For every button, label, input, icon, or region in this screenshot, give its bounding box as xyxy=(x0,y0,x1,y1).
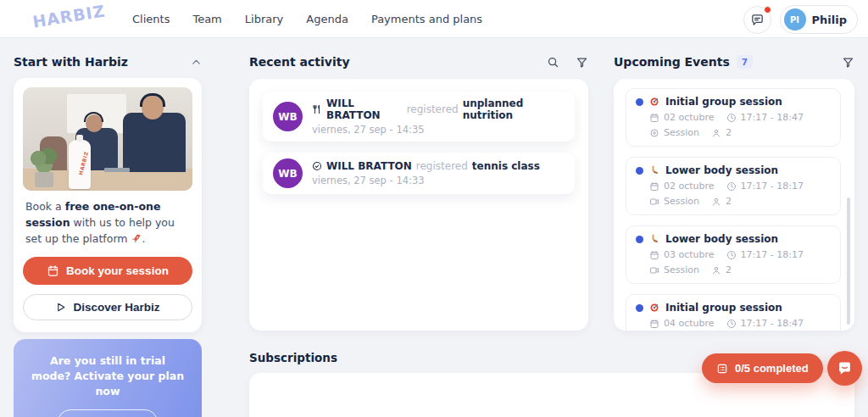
profile-menu[interactable]: PI Philip xyxy=(780,5,858,34)
nav-right-group: PI Philip xyxy=(743,5,858,34)
event-card[interactable]: Initial group session 04 octubre 17:17 -… xyxy=(626,294,841,331)
calendar-icon xyxy=(649,319,659,329)
event-type: Session xyxy=(664,127,699,138)
avatar: PI xyxy=(784,8,806,31)
discover-harbiz-button[interactable]: Discover Harbiz xyxy=(23,294,192,320)
event-time: 17:17 - 18:47 xyxy=(741,112,804,123)
event-title: Initial group session xyxy=(665,96,782,108)
avatar: WB xyxy=(273,102,303,131)
events-list: Initial group session 02 octubre 17:17 -… xyxy=(614,79,854,331)
notification-dot xyxy=(764,6,771,14)
profile-name: Philip xyxy=(812,14,847,26)
target-icon xyxy=(649,303,659,313)
event-card[interactable]: Lower body session 03 octubre 17:17 - 18… xyxy=(626,225,841,284)
event-time: 17:17 - 18:17 xyxy=(741,249,804,260)
start-section-title: Start with Harbiz xyxy=(14,55,128,69)
checklist-icon xyxy=(716,363,728,375)
onboarding-text: Book a free one-on-one session with us t… xyxy=(23,191,192,257)
onboarding-progress-button[interactable]: 0/5 completed xyxy=(702,353,823,383)
event-date: 02 octubre xyxy=(664,112,715,123)
event-dot xyxy=(636,304,643,312)
activity-row[interactable]: WB WILL BRATTON registered tennis class … xyxy=(263,153,575,194)
activity-timestamp: viernes, 27 sep - 14:33 xyxy=(312,175,540,186)
activity-action: registered xyxy=(407,103,459,115)
clock-icon xyxy=(726,181,737,192)
clock-icon xyxy=(726,250,737,260)
nav-item-team[interactable]: Team xyxy=(192,13,221,25)
trial-banner: Are you still in trial mode? Activate yo… xyxy=(14,339,202,417)
messages-button[interactable] xyxy=(743,6,771,34)
event-attendees: 2 xyxy=(726,127,732,138)
event-title: Lower body session xyxy=(665,233,778,245)
filter-icon[interactable] xyxy=(576,56,588,69)
upcoming-events-section: Upcoming Events 7 Initial group session … xyxy=(614,53,854,331)
nav-item-payments[interactable]: Payments and plans xyxy=(371,13,482,25)
event-card[interactable]: Lower body session 02 octubre 17:17 - 18… xyxy=(626,157,841,215)
calendar-icon xyxy=(649,113,659,123)
event-time: 17:17 - 18:47 xyxy=(741,318,804,329)
event-attendees: 2 xyxy=(726,264,732,275)
rocket-icon xyxy=(131,233,142,244)
activity-user: WILL BRATTON xyxy=(326,160,412,172)
trial-text: Are you still in trial mode? Activate yo… xyxy=(31,353,185,399)
nav-item-clients[interactable]: Clients xyxy=(132,13,170,25)
chat-bubble-icon xyxy=(837,360,853,376)
activity-timestamp: viernes, 27 sep - 14:35 xyxy=(312,124,565,136)
calendar-icon xyxy=(649,250,659,260)
event-date: 03 octubre xyxy=(664,249,715,260)
event-date: 04 octubre xyxy=(664,318,715,329)
event-title: Lower body session xyxy=(665,164,778,176)
harbiz-logo[interactable]: HARBIZ xyxy=(31,1,107,31)
event-type: Session xyxy=(664,264,699,275)
select-plan-button[interactable]: Select plan xyxy=(58,409,158,417)
activity-user: WILL BRATTON xyxy=(326,97,403,121)
filter-icon[interactable] xyxy=(842,56,854,69)
chevron-up-icon[interactable] xyxy=(191,57,202,68)
target-icon xyxy=(649,97,659,107)
event-card[interactable]: Initial group session 02 octubre 17:17 -… xyxy=(626,88,841,147)
activity-feed: WB WILL BRATTON registered unplanned nut… xyxy=(249,79,588,331)
events-scrollbar[interactable] xyxy=(847,197,850,325)
play-icon xyxy=(55,302,66,313)
event-dot xyxy=(636,236,643,243)
person-icon xyxy=(711,197,721,207)
avatar: WB xyxy=(273,158,303,188)
leg-icon xyxy=(649,234,659,244)
event-title: Initial group session xyxy=(665,302,782,314)
calendar-icon xyxy=(649,181,659,192)
clock-check-icon xyxy=(312,161,322,171)
meal-icon xyxy=(312,104,322,114)
activity-object: unplanned nutrition xyxy=(463,97,565,121)
leg-icon xyxy=(649,165,659,175)
speech-bubble-icon xyxy=(750,13,765,27)
search-icon[interactable] xyxy=(547,56,559,69)
activity-action: registered xyxy=(416,160,468,172)
onboarding-card: HARBIZ Book a free one-on-one session wi… xyxy=(14,78,202,332)
start-with-harbiz-section: Start with Harbiz HARBIZ Book a xyxy=(14,53,202,332)
event-dot xyxy=(636,98,643,106)
video-icon xyxy=(649,197,659,207)
upcoming-events-title: Upcoming Events xyxy=(614,55,730,69)
event-time: 17:17 - 18:17 xyxy=(741,181,804,192)
video-icon xyxy=(649,265,659,275)
harbiz-dashboard: HARBIZ Clients Team Library Agenda Payme… xyxy=(0,0,868,417)
book-session-button[interactable]: Book your session xyxy=(23,257,192,285)
event-date: 02 octubre xyxy=(664,181,715,192)
nav-item-library[interactable]: Library xyxy=(245,13,283,25)
person-icon xyxy=(711,265,721,275)
recent-activity-section: Recent activity WB WILL BRATT xyxy=(249,53,588,331)
activity-row[interactable]: WB WILL BRATTON registered unplanned nut… xyxy=(263,92,575,142)
recent-activity-title: Recent activity xyxy=(249,55,350,69)
calendar-icon xyxy=(47,264,59,277)
nav-item-agenda[interactable]: Agenda xyxy=(306,13,348,25)
activity-object: tennis class xyxy=(472,160,540,172)
event-attendees: 2 xyxy=(726,196,732,207)
person-icon xyxy=(711,128,721,138)
subscriptions-title: Subscriptions xyxy=(249,351,337,364)
support-chat-button[interactable] xyxy=(827,351,862,386)
events-count-badge: 7 xyxy=(737,55,753,69)
main-nav: Clients Team Library Agenda Payments and… xyxy=(132,0,482,38)
clock-icon xyxy=(726,113,737,123)
top-navbar: HARBIZ Clients Team Library Agenda Payme… xyxy=(0,0,868,38)
event-type: Session xyxy=(664,196,699,207)
